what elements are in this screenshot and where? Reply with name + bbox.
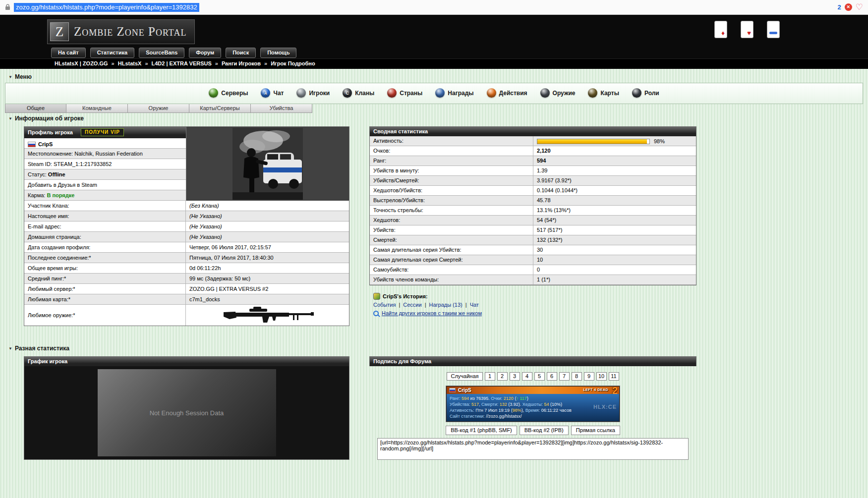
collapse-icon (8, 75, 12, 79)
close-icon[interactable] (845, 3, 852, 11)
nav-button[interactable]: На сайт (51, 48, 86, 58)
menu-item-label: Чат (273, 90, 284, 97)
signature-number-button[interactable]: 5 (534, 372, 545, 381)
breadcrumb-item[interactable]: HLstatsX | ZOZO.GG (55, 60, 108, 66)
find-same-nick-link[interactable]: Найти других игроков с таким же ником (382, 310, 482, 316)
signature-number-button[interactable]: 2 (497, 372, 508, 381)
banner-text-segment: 2120 (504, 396, 514, 401)
nav-button[interactable]: Форум (189, 48, 221, 58)
menu-item[interactable]: Серверы (209, 88, 248, 98)
detail-label: Общее время игры: (24, 263, 186, 273)
nav-button[interactable]: SourceBans (139, 48, 184, 58)
menu-item[interactable]: λ Чат (261, 88, 284, 98)
history-link[interactable]: События (373, 302, 396, 308)
signature-number-button[interactable]: 9 (584, 372, 594, 381)
signature-banner: CripS LEFT 4 DEAD 2 Ранг: 594 из 76395. … (446, 386, 620, 422)
url-input[interactable]: zozo.gg/hlstatsx/hlstats.php?mode=player… (14, 3, 199, 12)
heart-icon[interactable] (856, 3, 863, 11)
menu-item[interactable]: Награды (435, 88, 473, 98)
menu-item[interactable]: Роли (632, 88, 659, 98)
card-icon-2[interactable] (741, 21, 753, 38)
bbcode-textarea[interactable]: [url=https://zozo.gg/hlstatsx/hlstats.ph… (377, 438, 689, 460)
history-link[interactable]: Награды (13) (429, 302, 463, 308)
summary-label: Убийств: (370, 225, 533, 235)
add-friend-link[interactable]: Добавить в Друзья в Steam (24, 180, 186, 190)
summary-label: Очков: (370, 146, 533, 156)
player-name-row: CripS (24, 138, 186, 149)
menu-item[interactable]: Оружие (540, 88, 576, 98)
lock-icon (5, 4, 10, 10)
menu-item[interactable]: Игроки (296, 88, 330, 98)
misc-section-toggle[interactable]: Разная статистика (0, 343, 868, 354)
tab[interactable]: Оружие (128, 104, 189, 113)
site-logo[interactable]: Z Zombie Zone Portal (47, 19, 195, 44)
search-icon (373, 311, 379, 316)
summary-value: 54 (54*) (533, 216, 696, 225)
detail-value: (Без Клана) (186, 201, 349, 211)
player-graph-panel: График игрока Not Enough Session Data (24, 356, 349, 460)
card-icon-3[interactable] (767, 21, 780, 38)
menu-item[interactable]: Карты (588, 88, 619, 98)
player-info-section-toggle[interactable]: Информация об игроке (0, 113, 868, 124)
summary-value: 0 (533, 265, 696, 275)
summary-label: Самоубийств: (370, 265, 533, 275)
main-nav: На сайтСтатистикаSourceBansФорумПоискПом… (51, 48, 296, 58)
logo-z-icon: Z (50, 22, 69, 41)
header-card-icons (714, 21, 780, 38)
card-icon-1[interactable] (714, 21, 727, 38)
get-vip-button[interactable]: ПОЛУЧИ VIP (81, 128, 124, 136)
breadcrumb-item[interactable]: L4D2 | EXTRA VERSUS (152, 60, 212, 66)
menu-section-toggle[interactable]: Меню (0, 71, 868, 83)
summary-label: Активность: (370, 136, 533, 146)
profile-detail-row: Любимая карта:* c7m1_docks (24, 294, 349, 305)
signature-number-button[interactable]: 1 (485, 372, 495, 381)
nav-button[interactable]: Помощь (260, 48, 296, 58)
browser-chrome: zozo.gg/hlstatsx/hlstats.php?mode=player… (0, 0, 868, 15)
history-link[interactable]: Чат (470, 302, 479, 308)
tab[interactable]: Командные (66, 104, 128, 113)
summary-row: Ранг: 594 (370, 156, 696, 166)
summary-row: Убийств членов команды: 1 (1*) (370, 275, 696, 285)
signature-number-button[interactable]: 6 (547, 372, 557, 381)
menu-section-label: Меню (15, 73, 32, 80)
summary-value: 517 (517*) (533, 225, 696, 235)
nav-button[interactable]: Статистика (90, 48, 135, 58)
summary-row: Убийств: 517 (517*) (370, 225, 696, 235)
banner-text-segment: из 76395. (469, 396, 491, 401)
detail-label: Участник Клана: (24, 201, 186, 211)
weapons-icon (540, 88, 550, 98)
detail-value: (Не Указано) (186, 211, 349, 221)
signature-number-button[interactable]: 10 (596, 372, 607, 381)
players-icon (296, 88, 306, 98)
summary-value: 0.1044 (0.1044*) (533, 186, 696, 195)
menu-item[interactable]: Действия (487, 88, 527, 98)
tab[interactable]: Убийства (251, 104, 312, 113)
breadcrumb-item[interactable]: Игрок Подробно (271, 60, 315, 66)
banner-stat-line: Активность: Птн 7 Июл 19:19 (98%), Время… (450, 407, 616, 413)
bbcode-tab[interactable]: Прямая ссылка (571, 426, 620, 435)
nav-button[interactable]: Поиск (226, 48, 256, 58)
tab[interactable]: Карты/Серверы (189, 104, 251, 113)
signature-number-button[interactable]: 3 (510, 372, 520, 381)
bbcode-tab[interactable]: BB-код #2 (IPB) (520, 426, 569, 435)
signature-number-button[interactable]: 4 (522, 372, 532, 381)
signature-number-button[interactable]: 8 (572, 372, 582, 381)
breadcrumb-item[interactable]: HLstatsX (118, 60, 142, 66)
summary-row: Самоубийств: 0 (370, 265, 696, 275)
menu-item[interactable]: C Кланы (343, 88, 374, 98)
random-signature-button[interactable]: Случайная (447, 372, 482, 381)
menu-item[interactable]: Страны (387, 88, 422, 98)
signature-number-button[interactable]: 7 (559, 372, 570, 381)
signature-number-button[interactable]: 11 (609, 372, 619, 381)
player-status-row: Статус:Offline (24, 169, 186, 180)
bbcode-tab[interactable]: BB-код #1 (phpBB, SMF) (446, 426, 517, 435)
status-label: Статус: (28, 171, 47, 177)
breadcrumb-item[interactable]: Ранги Игроков (222, 60, 261, 66)
summary-label: Убийств/Смертей: (370, 176, 533, 185)
banner-stat-line: Ранг: 594 из 76395. Очки: 2120 (↑ 117) (450, 395, 616, 401)
awards-icon (435, 88, 445, 98)
profile-panel-title: Профиль игрока (28, 129, 73, 135)
graph-empty-box: Not Enough Session Data (98, 369, 276, 456)
history-link[interactable]: Сессии (403, 302, 421, 308)
tab[interactable]: Общее (5, 104, 66, 113)
